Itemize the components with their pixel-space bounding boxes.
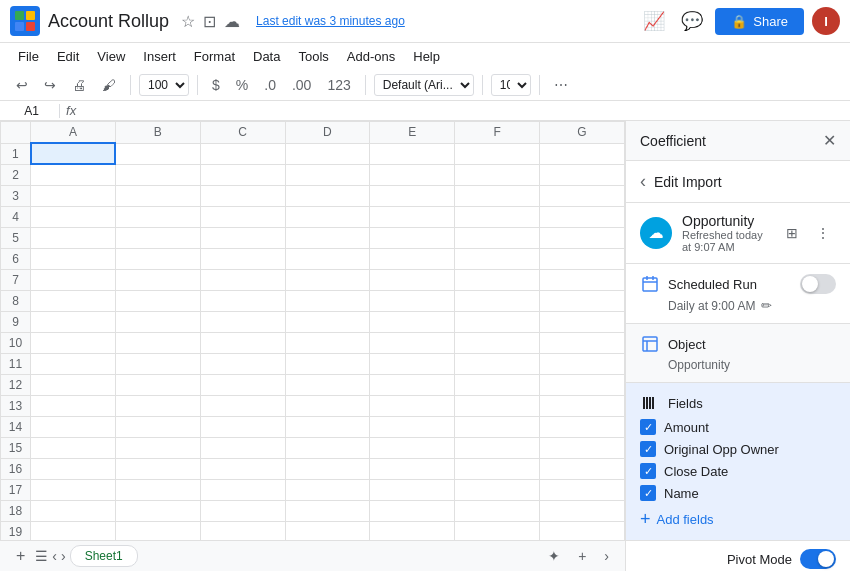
panel-close-button[interactable]: ✕	[823, 131, 836, 150]
cloud-icon[interactable]: ☁	[224, 12, 240, 31]
cell-9-1[interactable]	[115, 311, 200, 332]
scheduled-run-toggle[interactable]	[800, 274, 836, 294]
folder-icon[interactable]: ⊡	[203, 12, 216, 31]
cell-3-4[interactable]	[370, 185, 455, 206]
analytics-icon[interactable]: 📈	[639, 6, 669, 36]
cell-14-4[interactable]	[370, 416, 455, 437]
cell-9-6[interactable]	[540, 311, 625, 332]
cell-11-3[interactable]	[285, 353, 370, 374]
cell-16-5[interactable]	[455, 458, 540, 479]
cell-19-0[interactable]	[31, 521, 116, 540]
share-button[interactable]: 🔒 Share	[715, 8, 804, 35]
font-size-select[interactable]: 10	[491, 74, 531, 96]
row-header-3[interactable]: 3	[1, 185, 31, 206]
paint-format-button[interactable]: 🖌	[96, 74, 122, 96]
cell-7-5[interactable]	[455, 269, 540, 290]
cell-6-6[interactable]	[540, 248, 625, 269]
edit-schedule-icon[interactable]: ✏	[761, 298, 772, 313]
col-header-G[interactable]: G	[540, 122, 625, 144]
cell-18-0[interactable]	[31, 500, 116, 521]
cell-19-4[interactable]	[370, 521, 455, 540]
cell-18-3[interactable]	[285, 500, 370, 521]
cell-1-2[interactable]	[200, 143, 285, 164]
cell-8-5[interactable]	[455, 290, 540, 311]
cell-4-1[interactable]	[115, 206, 200, 227]
cell-13-4[interactable]	[370, 395, 455, 416]
cell-7-6[interactable]	[540, 269, 625, 290]
cell-5-2[interactable]	[200, 227, 285, 248]
cell-15-1[interactable]	[115, 437, 200, 458]
cell-12-2[interactable]	[200, 374, 285, 395]
cell-16-4[interactable]	[370, 458, 455, 479]
cell-7-4[interactable]	[370, 269, 455, 290]
decimal2-button[interactable]: .00	[286, 74, 317, 96]
checkbox-amount[interactable]: ✓	[640, 419, 656, 435]
cell-11-4[interactable]	[370, 353, 455, 374]
undo-button[interactable]: ↩	[10, 74, 34, 96]
cell-17-6[interactable]	[540, 479, 625, 500]
cell-12-0[interactable]	[31, 374, 116, 395]
cell-17-2[interactable]	[200, 479, 285, 500]
cell-reference[interactable]: A1	[10, 104, 60, 118]
cell-6-2[interactable]	[200, 248, 285, 269]
cell-6-1[interactable]	[115, 248, 200, 269]
cell-12-4[interactable]	[370, 374, 455, 395]
cell-5-5[interactable]	[455, 227, 540, 248]
cell-12-1[interactable]	[115, 374, 200, 395]
back-button[interactable]: ‹	[640, 171, 646, 192]
cell-16-6[interactable]	[540, 458, 625, 479]
cell-1-1[interactable]	[115, 143, 200, 164]
cell-2-5[interactable]	[455, 164, 540, 185]
menu-help[interactable]: Help	[405, 45, 448, 68]
cell-2-2[interactable]	[200, 164, 285, 185]
cell-4-3[interactable]	[285, 206, 370, 227]
cell-17-5[interactable]	[455, 479, 540, 500]
menu-file[interactable]: File	[10, 45, 47, 68]
row-header-15[interactable]: 15	[1, 437, 31, 458]
percent-button[interactable]: %	[230, 74, 254, 96]
row-header-18[interactable]: 18	[1, 500, 31, 521]
chat-icon[interactable]: 💬	[677, 6, 707, 36]
cell-12-6[interactable]	[540, 374, 625, 395]
cell-10-1[interactable]	[115, 332, 200, 353]
cell-15-5[interactable]	[455, 437, 540, 458]
cell-5-6[interactable]	[540, 227, 625, 248]
cell-2-6[interactable]	[540, 164, 625, 185]
cell-13-6[interactable]	[540, 395, 625, 416]
cell-17-4[interactable]	[370, 479, 455, 500]
cell-8-1[interactable]	[115, 290, 200, 311]
cell-16-2[interactable]	[200, 458, 285, 479]
menu-edit[interactable]: Edit	[49, 45, 87, 68]
row-header-5[interactable]: 5	[1, 227, 31, 248]
row-header-10[interactable]: 10	[1, 332, 31, 353]
cell-2-4[interactable]	[370, 164, 455, 185]
row-header-17[interactable]: 17	[1, 479, 31, 500]
grid-scroll[interactable]: A B C D E F G 12345678910111213141516171…	[0, 121, 625, 540]
col-header-F[interactable]: F	[455, 122, 540, 144]
col-header-E[interactable]: E	[370, 122, 455, 144]
cell-4-5[interactable]	[455, 206, 540, 227]
menu-view[interactable]: View	[89, 45, 133, 68]
cell-5-4[interactable]	[370, 227, 455, 248]
right-arrow-icon[interactable]: ›	[61, 548, 66, 564]
cell-18-5[interactable]	[455, 500, 540, 521]
grid-view-button[interactable]: ⊞	[780, 222, 804, 244]
cell-3-5[interactable]	[455, 185, 540, 206]
cell-16-3[interactable]	[285, 458, 370, 479]
checkbox-name[interactable]: ✓	[640, 485, 656, 501]
cell-18-6[interactable]	[540, 500, 625, 521]
cell-10-0[interactable]	[31, 332, 116, 353]
cell-5-1[interactable]	[115, 227, 200, 248]
cell-13-5[interactable]	[455, 395, 540, 416]
cell-1-5[interactable]	[455, 143, 540, 164]
grid-add-button[interactable]: +	[572, 545, 592, 567]
cell-13-1[interactable]	[115, 395, 200, 416]
cell-9-2[interactable]	[200, 311, 285, 332]
cell-1-0[interactable]	[31, 143, 116, 164]
pivot-mode-toggle[interactable]	[800, 549, 836, 569]
cell-19-3[interactable]	[285, 521, 370, 540]
cell-9-0[interactable]	[31, 311, 116, 332]
cell-7-0[interactable]	[31, 269, 116, 290]
row-header-8[interactable]: 8	[1, 290, 31, 311]
cell-10-2[interactable]	[200, 332, 285, 353]
